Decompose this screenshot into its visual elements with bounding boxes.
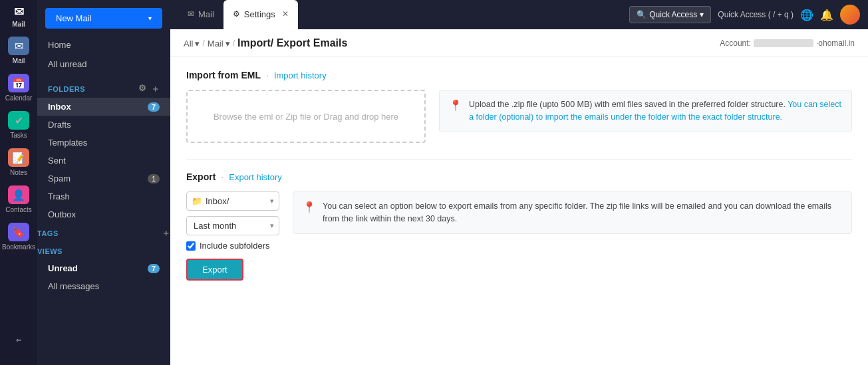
folder-drafts-label: Drafts xyxy=(48,120,71,130)
sidebar-item-tasks[interactable]: ✔ Tasks xyxy=(0,106,37,144)
breadcrumb-all-chevron-icon: ▾ xyxy=(195,39,200,49)
rail-calendar-label: Calendar xyxy=(5,94,33,102)
topbar-right: 🔍 Quick Access ▾ Quick Access ( / + q ) … xyxy=(629,5,860,25)
date-range-select[interactable]: Last month Last week Last 3 months All t… xyxy=(186,216,279,235)
mail-icon: ✉ xyxy=(8,37,29,55)
folder-spam-badge: 1 xyxy=(148,174,160,183)
new-mail-chevron-icon: ▾ xyxy=(148,15,152,22)
export-section-title: Export · Export history xyxy=(186,172,852,182)
folder-trash-label: Trash xyxy=(48,191,70,201)
all-unread-label: All unread xyxy=(48,59,87,69)
export-info-box: 📍 You can select an option below to expo… xyxy=(293,191,852,234)
section-divider xyxy=(186,159,852,160)
sidebar-item-contacts[interactable]: 👤 Contacts xyxy=(0,181,37,218)
folder-spam[interactable]: Spam 1 xyxy=(37,170,170,187)
globe-icon[interactable]: 🌐 xyxy=(800,9,813,21)
notes-icon: 📝 xyxy=(8,148,29,167)
breadcrumb-account: Account: ·ohomail.in xyxy=(720,39,855,48)
view-unread[interactable]: Unread 7 xyxy=(37,259,170,277)
quick-access-label: Quick Access xyxy=(649,10,697,19)
rail-tasks-label: Tasks xyxy=(10,132,27,139)
tab-settings-close-icon[interactable]: ✕ xyxy=(282,9,289,19)
export-button-wrapper: Export xyxy=(186,259,279,281)
new-mail-button[interactable]: New Mail ▾ xyxy=(45,8,162,29)
rail-contacts-label: Contacts xyxy=(5,206,31,213)
icon-rail: ✉ Mail ✉ Mail 📅 Calendar ✔ Tasks 📝 Notes… xyxy=(0,0,37,365)
breadcrumb-mail-label: Mail xyxy=(208,39,223,49)
folder-add-icon[interactable]: ＋ xyxy=(151,83,160,95)
sidebar-item-calendar[interactable]: 📅 Calendar xyxy=(0,69,37,106)
drop-zone-text: Browse the eml or Zip file or Drag and d… xyxy=(214,112,398,122)
quick-access-button[interactable]: 🔍 Quick Access ▾ xyxy=(629,6,711,23)
tags-section-header: TAGS ＋ xyxy=(37,223,170,243)
view-all-messages[interactable]: All messages xyxy=(37,277,170,295)
folder-outbox[interactable]: Outbox xyxy=(37,205,170,223)
tab-mail-icon: ✉ xyxy=(188,9,194,19)
eml-drop-zone[interactable]: Browse the eml or Zip file or Drag and d… xyxy=(186,90,426,143)
import-history-link[interactable]: Import history xyxy=(274,70,327,80)
import-info-box: 📍 Upload the .zip file (upto 500 MB) wit… xyxy=(439,90,852,132)
include-subfolders-checkbox[interactable] xyxy=(186,241,196,251)
export-button[interactable]: Export xyxy=(186,259,243,281)
export-controls: 📁 Inbox/ Drafts/ Sent/ ▾ Last month xyxy=(186,191,852,281)
export-history-link[interactable]: Export history xyxy=(229,172,281,182)
folder-header-icons: ⚙ ＋ xyxy=(138,83,160,95)
tab-settings[interactable]: ⚙ Settings ✕ xyxy=(223,0,298,29)
sidebar-nav-all-unread[interactable]: All unread xyxy=(37,55,170,74)
sidebar-item-mail[interactable]: ✉ Mail xyxy=(0,32,37,69)
import-info-highlight: You can select a folder (optional) to im… xyxy=(469,100,841,122)
folder-trash[interactable]: Trash xyxy=(37,187,170,205)
tab-mail-label: Mail xyxy=(198,9,214,19)
tags-add-icon[interactable]: ＋ xyxy=(162,227,171,239)
date-select-wrapper: Last month Last week Last 3 months All t… xyxy=(186,216,279,235)
breadcrumb-all-label: All xyxy=(184,39,193,49)
quick-access-shortcut: Quick Access ( / + q ) xyxy=(718,10,794,19)
sidebar-item-bookmarks[interactable]: 🔖 Bookmarks xyxy=(0,218,37,255)
breadcrumb-current: Import/ Export Emails xyxy=(237,37,347,49)
sidebar-collapse-button[interactable]: ⇐ xyxy=(0,321,37,358)
export-info-text: You can select an option below to export… xyxy=(323,200,842,225)
breadcrumb-mail[interactable]: Mail ▾ xyxy=(208,39,230,49)
tab-mail[interactable]: ✉ Mail xyxy=(178,0,223,29)
import-section: Import from EML · Import history Browse … xyxy=(186,70,852,143)
folder-sent[interactable]: Sent xyxy=(37,152,170,170)
folder-drafts[interactable]: Drafts xyxy=(37,116,170,134)
folder-inbox-label: Inbox xyxy=(48,102,71,112)
folder-inbox-badge: 7 xyxy=(148,102,160,112)
import-separator: · xyxy=(266,70,269,80)
main-area: ✉ Mail ⚙ Settings ✕ 🔍 Quick Access ▾ Qui… xyxy=(170,0,868,365)
folder-settings-icon[interactable]: ⚙ xyxy=(138,83,147,95)
sidebar-item-notes[interactable]: 📝 Notes xyxy=(0,144,37,181)
contacts-icon: 👤 xyxy=(8,185,29,204)
view-all-messages-label: All messages xyxy=(48,281,99,291)
calendar-icon: 📅 xyxy=(8,74,29,92)
export-separator: · xyxy=(221,172,223,182)
user-avatar[interactable] xyxy=(840,5,860,25)
folder-select[interactable]: Inbox/ Drafts/ Sent/ xyxy=(186,191,279,211)
home-label: Home xyxy=(48,40,71,50)
settings-content: Import from EML · Import history Browse … xyxy=(170,57,868,294)
views-section-header: VIEWS xyxy=(37,243,170,259)
bell-icon[interactable]: 🔔 xyxy=(820,9,833,21)
views-header-label: VIEWS xyxy=(37,247,63,255)
quick-access-chevron-icon: ▾ xyxy=(700,10,704,19)
folder-templates[interactable]: Templates xyxy=(37,134,170,152)
topbar: ✉ Mail ⚙ Settings ✕ 🔍 Quick Access ▾ Qui… xyxy=(170,0,868,29)
breadcrumb-all[interactable]: All ▾ xyxy=(184,39,200,49)
folder-outbox-label: Outbox xyxy=(48,209,76,219)
rail-notes-label: Notes xyxy=(10,169,27,176)
tab-settings-label: Settings xyxy=(244,9,275,19)
folders-section-header: FOLDERS ⚙ ＋ xyxy=(37,78,170,98)
folder-spam-label: Spam xyxy=(48,174,71,183)
mail-logo-icon: ✉ xyxy=(14,5,24,19)
sidebar-nav-home[interactable]: Home xyxy=(37,35,170,55)
tasks-icon: ✔ xyxy=(8,111,29,130)
collapse-icon: ⇐ xyxy=(16,336,21,344)
export-title-label: Export xyxy=(186,172,216,182)
breadcrumb-mail-chevron-icon: ▾ xyxy=(225,39,230,49)
app-name: Mail xyxy=(12,21,25,28)
account-value-blurred xyxy=(754,39,813,47)
export-info-pin-icon: 📍 xyxy=(303,201,316,213)
folder-inbox[interactable]: Inbox 7 xyxy=(37,98,170,116)
bookmarks-icon: 🔖 xyxy=(8,223,29,241)
